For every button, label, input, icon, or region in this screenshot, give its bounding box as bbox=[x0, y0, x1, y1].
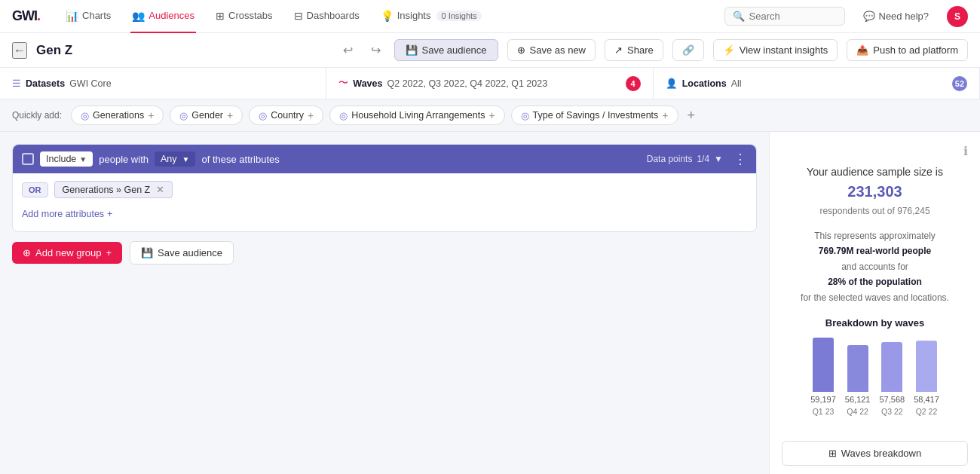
population-pct: 28% of the population bbox=[828, 277, 922, 287]
add-attrs-label: Add more attributes bbox=[22, 209, 104, 219]
main-content: Include ▼ people with Any ▼ of these att… bbox=[0, 132, 980, 474]
bars-container: 59,197 Q1 23 56,121 Q4 22 57,568 Q3 22 5… bbox=[782, 338, 968, 416]
bar-value-q123: 59,197 bbox=[810, 395, 836, 404]
chip-plus-country: + bbox=[308, 109, 314, 121]
or-row: OR Generations » Gen Z ✕ bbox=[22, 181, 747, 198]
sample-number: 231,303 bbox=[847, 183, 902, 200]
info-icon[interactable]: ℹ bbox=[963, 144, 968, 158]
top-nav: GWI. 📊 Charts 👥 Audiences ⊞ Crosstabs ⊟ … bbox=[0, 0, 980, 33]
quick-chip-country[interactable]: ◎ Country + bbox=[249, 106, 323, 125]
bar-q123 bbox=[813, 338, 834, 392]
nav-item-dashboards[interactable]: ⊟ Dashboards bbox=[292, 0, 361, 33]
household-chip-icon: ◎ bbox=[339, 110, 348, 121]
search-input[interactable] bbox=[749, 11, 832, 22]
bar-label-q222: Q2 22 bbox=[916, 407, 938, 416]
bar-q222 bbox=[916, 341, 937, 392]
include-dropdown[interactable]: Include ▼ bbox=[40, 151, 93, 167]
nav-item-insights[interactable]: 💡 Insights 0 Insights bbox=[379, 0, 483, 33]
waves-section[interactable]: 〜 Waves Q2 2022, Q3 2022, Q4 2022, Q1 20… bbox=[326, 68, 653, 99]
group-menu-button[interactable]: ⋮ bbox=[733, 151, 747, 167]
represents-line1: This represents approximately bbox=[814, 231, 936, 241]
bar-q322 bbox=[881, 342, 902, 392]
sample-size-text: Your audience sample size is 231,303 bbox=[782, 164, 968, 203]
crosstabs-icon: ⊞ bbox=[216, 10, 225, 22]
add-group-icon: ⊕ bbox=[23, 247, 31, 258]
search-box[interactable]: 🔍 bbox=[724, 7, 845, 26]
bar-item-q222: 58,417 Q2 22 bbox=[914, 341, 939, 416]
add-group-row: ⊕ Add new group + 💾 Save audience bbox=[12, 241, 757, 268]
quick-add-more-button[interactable]: + bbox=[688, 108, 696, 124]
bar-item-q123: 59,197 Q1 23 bbox=[810, 338, 836, 416]
page-title: Gen Z bbox=[36, 43, 72, 58]
of-these-label: of these attributes bbox=[201, 154, 279, 165]
any-dropdown[interactable]: Any ▼ bbox=[155, 151, 195, 167]
gwi-logo: GWI. bbox=[12, 8, 40, 24]
bar-item-q322: 57,568 Q3 22 bbox=[880, 342, 905, 416]
country-chip-icon: ◎ bbox=[259, 110, 267, 121]
save-icon: 💾 bbox=[406, 44, 418, 56]
locations-icon: 👤 bbox=[666, 78, 678, 89]
savings-chip-icon: ◎ bbox=[521, 110, 529, 121]
data-points-value: 1/4 bbox=[697, 154, 709, 164]
group-header: Include ▼ people with Any ▼ of these att… bbox=[13, 145, 756, 173]
link-icon: 🔗 bbox=[682, 44, 694, 56]
breakdown-title: Breakdown by waves bbox=[782, 317, 968, 329]
chip-plus-household: + bbox=[488, 109, 495, 121]
bar-q422 bbox=[847, 345, 868, 392]
nav-item-crosstabs[interactable]: ⊞ Crosstabs bbox=[214, 0, 274, 33]
waves-icon: 〜 bbox=[338, 77, 348, 90]
data-points-label: Data points bbox=[647, 154, 693, 164]
bar-value-q422: 56,121 bbox=[845, 395, 871, 404]
share-icon: ↗ bbox=[614, 44, 623, 56]
audience-builder: Include ▼ people with Any ▼ of these att… bbox=[0, 132, 769, 474]
view-insights-button[interactable]: ⚡ View instant insights bbox=[713, 39, 838, 61]
nav-item-audiences[interactable]: 👥 Audiences bbox=[130, 0, 196, 33]
quick-chip-gender[interactable]: ◎ Gender + bbox=[170, 106, 243, 125]
quick-chip-household[interactable]: ◎ Household Living Arrangements + bbox=[329, 106, 504, 125]
waves-breakdown-button[interactable]: ⊞ Waves breakdown bbox=[782, 441, 968, 466]
push-icon: 📤 bbox=[856, 44, 868, 56]
redo-button[interactable]: ↪ bbox=[366, 40, 385, 60]
right-panel: ℹ Your audience sample size is 231,303 r… bbox=[769, 132, 980, 474]
help-icon: 💬 bbox=[863, 11, 875, 22]
generations-chip-icon: ◎ bbox=[81, 110, 89, 121]
bar-value-q222: 58,417 bbox=[914, 395, 939, 404]
need-help-button[interactable]: 💬 Need help? bbox=[863, 11, 929, 22]
link-button[interactable]: 🔗 bbox=[672, 39, 704, 61]
user-avatar[interactable]: S bbox=[947, 6, 968, 27]
attr-chip-remove[interactable]: ✕ bbox=[156, 184, 164, 195]
gender-chip-icon: ◎ bbox=[179, 110, 188, 121]
datasets-icon: ☰ bbox=[12, 78, 21, 89]
search-icon: 🔍 bbox=[733, 11, 745, 22]
include-caret-icon: ▼ bbox=[79, 155, 87, 164]
back-button[interactable]: ← bbox=[12, 42, 27, 59]
filter-bar: ☰ Datasets GWI Core 〜 Waves Q2 2022, Q3 … bbox=[0, 68, 980, 99]
locations-badge: 52 bbox=[952, 76, 967, 91]
datasets-section[interactable]: ☰ Datasets GWI Core bbox=[0, 68, 326, 99]
save-audience-button[interactable]: 💾 Save audience bbox=[394, 39, 498, 61]
quick-chip-generations[interactable]: ◎ Generations + bbox=[71, 106, 164, 125]
insights-view-icon: ⚡ bbox=[723, 44, 735, 56]
accounts-for: and accounts for bbox=[841, 261, 908, 272]
quick-chip-savings[interactable]: ◎ Type of Savings / Investments + bbox=[511, 106, 678, 125]
waves-breakdown-icon: ⊞ bbox=[828, 448, 837, 459]
undo-button[interactable]: ↩ bbox=[338, 40, 357, 60]
save-audience-sm-button[interactable]: 💾 Save audience bbox=[130, 241, 234, 265]
add-group-button[interactable]: ⊕ Add new group + bbox=[12, 242, 122, 264]
push-ad-button[interactable]: 📤 Push to ad platform bbox=[847, 39, 968, 61]
quick-add-label: Quickly add: bbox=[12, 110, 62, 121]
selected-waves-text: for the selected waves and locations. bbox=[801, 292, 949, 303]
add-more-attrs-link[interactable]: Add more attributes + bbox=[22, 204, 747, 224]
nav-item-charts[interactable]: 📊 Charts bbox=[64, 0, 112, 33]
chip-plus-savings: + bbox=[662, 109, 668, 121]
group-checkbox[interactable] bbox=[22, 153, 34, 165]
save-as-new-button[interactable]: ⊕ Save as new bbox=[507, 39, 596, 61]
locations-section[interactable]: 👤 Locations All 52 bbox=[654, 68, 980, 99]
attribute-chip: Generations » Gen Z ✕ bbox=[54, 181, 173, 198]
save-new-icon: ⊕ bbox=[517, 44, 525, 56]
real-world-people: 769.79M real-world people bbox=[819, 246, 931, 256]
add-group-plus-icon: + bbox=[106, 247, 112, 258]
data-points-info[interactable]: Data points 1/4 ▼ bbox=[647, 154, 723, 164]
group-block: Include ▼ people with Any ▼ of these att… bbox=[12, 144, 757, 232]
share-button[interactable]: ↗ Share bbox=[605, 39, 663, 61]
